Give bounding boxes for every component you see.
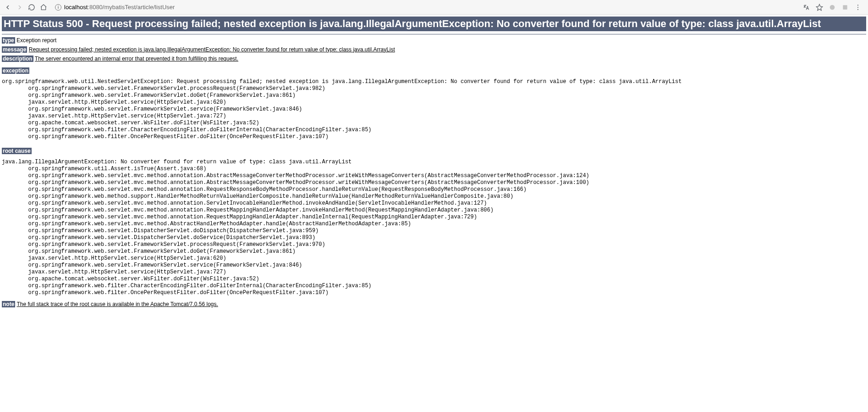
divider: [2, 34, 866, 34]
note-label: note: [2, 301, 15, 307]
page-content: HTTP Status 500 - Request processing fai…: [0, 15, 868, 309]
forward-button[interactable]: [16, 3, 24, 11]
note-line: note The full stack trace of the root ca…: [2, 301, 866, 307]
root-cause-trace: java.lang.IllegalArgumentException: No c…: [2, 159, 866, 296]
account-icon[interactable]: [841, 4, 849, 11]
message-value: Request processing failed; nested except…: [29, 46, 395, 53]
status-header: HTTP Status 500 - Request processing fai…: [2, 17, 866, 31]
type-line: type Exception report: [2, 37, 866, 44]
description-label: description: [2, 56, 33, 62]
description-value: The server encountered an internal error…: [35, 56, 238, 62]
exception-label: exception: [2, 67, 29, 74]
type-label: type: [2, 37, 15, 44]
browser-toolbar: i localhost:8080/mybatisTest/article/lis…: [0, 0, 868, 15]
site-info-icon[interactable]: i: [55, 4, 61, 11]
root-cause-label: root cause: [2, 148, 32, 154]
type-value: Exception report: [16, 37, 56, 44]
message-label: message: [2, 46, 27, 53]
svg-point-4: [857, 9, 858, 10]
exception-trace: org.springframework.web.util.NestedServl…: [2, 78, 866, 140]
translate-icon[interactable]: [803, 4, 810, 11]
svg-point-0: [830, 5, 835, 10]
svg-rect-1: [843, 5, 847, 9]
back-button[interactable]: [4, 3, 12, 11]
address-bar[interactable]: i localhost:8080/mybatisTest/article/lis…: [52, 4, 798, 11]
toolbar-right-icons: [803, 4, 864, 11]
message-line: message Request processing failed; neste…: [2, 46, 866, 53]
url-text: localhost:8080/mybatisTest/article/listU…: [64, 4, 175, 11]
note-value: The full stack trace of the root cause i…: [16, 301, 218, 307]
svg-point-2: [857, 5, 858, 6]
url-path: :8080/mybatisTest/article/listUser: [88, 4, 175, 11]
star-icon[interactable]: [816, 4, 823, 11]
reload-button[interactable]: [27, 3, 36, 11]
description-line: description The server encountered an in…: [2, 56, 866, 62]
nav-button-group: [4, 3, 48, 11]
menu-icon[interactable]: [854, 4, 862, 11]
svg-point-3: [857, 6, 858, 7]
extension-icon[interactable]: [829, 4, 836, 11]
home-button[interactable]: [39, 3, 48, 11]
url-host: localhost: [64, 4, 88, 11]
